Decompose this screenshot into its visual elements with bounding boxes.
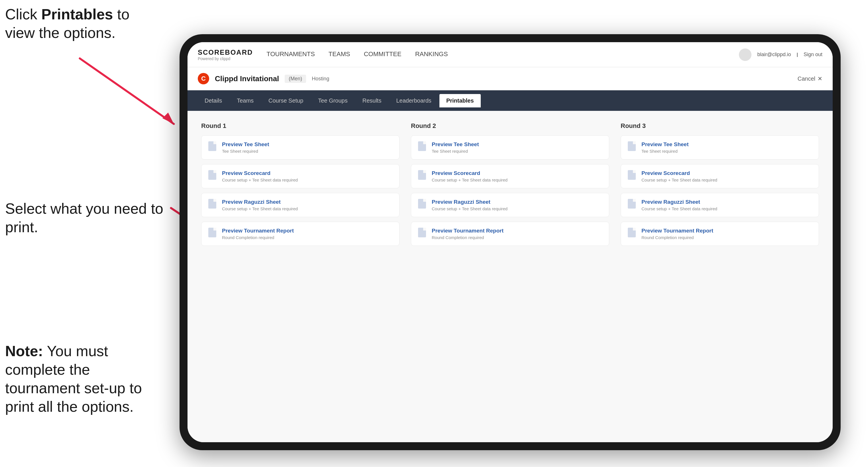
tournament-name: Clippd Invitational — [215, 74, 279, 83]
tablet-screen: SCOREBOARD Powered by clippd TOURNAMENTS… — [187, 42, 833, 442]
tournament-header: C Clippd Invitational (Men) Hosting Canc… — [187, 67, 833, 90]
tournament-title-row: C Clippd Invitational (Men) Hosting — [198, 73, 329, 84]
top-nav: SCOREBOARD Powered by clippd TOURNAMENTS… — [187, 42, 833, 67]
doc-icon — [208, 141, 217, 152]
r2-raguzzi-title: Preview Raguzzi Sheet — [432, 199, 602, 205]
r1-tee-sheet-card[interactable]: Preview Tee Sheet Tee Sheet required — [201, 135, 400, 160]
tournament-badge: (Men) — [285, 75, 306, 83]
round-3-heading: Round 3 — [621, 122, 819, 130]
doc-icon — [628, 199, 637, 210]
annotation-mid: Select what you need to print. — [5, 199, 165, 237]
tab-teams[interactable]: Teams — [230, 94, 260, 107]
doc-icon — [628, 170, 637, 181]
tablet-frame: SCOREBOARD Powered by clippd TOURNAMENTS… — [180, 34, 841, 450]
scoreboard-subtitle: Powered by clippd — [198, 56, 253, 61]
app-wrapper: SCOREBOARD Powered by clippd TOURNAMENTS… — [187, 42, 833, 442]
r2-raguzzi-card[interactable]: Preview Raguzzi Sheet Course setup + Tee… — [411, 193, 609, 217]
r3-raguzzi-title: Preview Raguzzi Sheet — [642, 199, 812, 205]
tab-course-setup[interactable]: Course Setup — [261, 94, 310, 107]
r2-tee-sheet-title: Preview Tee Sheet — [432, 141, 602, 148]
nav-teams[interactable]: TEAMS — [329, 48, 350, 61]
r2-report-title: Preview Tournament Report — [432, 228, 602, 234]
top-nav-links: TOURNAMENTS TEAMS COMMITTEE RANKINGS — [267, 48, 739, 61]
round-1-heading: Round 1 — [201, 122, 400, 130]
r2-scorecard-subtitle: Course setup + Tee Sheet data required — [432, 178, 602, 182]
top-nav-right: blair@clippd.io | Sign out — [739, 49, 823, 61]
r3-report-subtitle: Round Completion required — [642, 235, 812, 240]
main-content: Round 1 Preview Tee Sheet Tee Sheet requ… — [187, 111, 833, 442]
r2-report-subtitle: Round Completion required — [432, 235, 602, 240]
doc-icon — [628, 228, 637, 239]
user-email: blair@clippd.io — [757, 52, 791, 58]
r2-scorecard-card[interactable]: Preview Scorecard Course setup + Tee She… — [411, 164, 609, 188]
tournament-status: Hosting — [312, 76, 329, 82]
r1-raguzzi-title: Preview Raguzzi Sheet — [222, 199, 393, 205]
round-2-section: Round 2 Preview Tee Sheet Tee Sheet requ… — [411, 122, 609, 246]
r1-scorecard-title: Preview Scorecard — [222, 170, 393, 176]
r3-tournament-report-card[interactable]: Preview Tournament Report Round Completi… — [621, 222, 819, 246]
r1-scorecard-card[interactable]: Preview Scorecard Course setup + Tee She… — [201, 164, 400, 188]
r1-raguzzi-card[interactable]: Preview Raguzzi Sheet Course setup + Tee… — [201, 193, 400, 217]
nav-rankings[interactable]: RANKINGS — [415, 48, 448, 61]
r1-report-title: Preview Tournament Report — [222, 228, 393, 234]
r1-raguzzi-subtitle: Course setup + Tee Sheet data required — [222, 206, 393, 211]
r1-tee-sheet-subtitle: Tee Sheet required — [222, 149, 393, 154]
doc-icon — [418, 199, 427, 210]
nav-tournaments[interactable]: TOURNAMENTS — [267, 48, 315, 61]
r1-scorecard-subtitle: Course setup + Tee Sheet data required — [222, 178, 393, 182]
tab-tee-groups[interactable]: Tee Groups — [311, 94, 354, 107]
doc-icon — [418, 170, 427, 181]
r1-tee-sheet-title: Preview Tee Sheet — [222, 141, 393, 148]
scoreboard-logo: SCOREBOARD Powered by clippd — [198, 49, 253, 61]
annotation-top: Click Printables toview the options. — [5, 5, 165, 42]
arrow-printables — [77, 56, 185, 135]
r3-tee-sheet-title: Preview Tee Sheet — [642, 141, 812, 148]
r1-tournament-report-card[interactable]: Preview Tournament Report Round Completi… — [201, 222, 400, 246]
r3-scorecard-card[interactable]: Preview Scorecard Course setup + Tee She… — [621, 164, 819, 188]
cancel-button[interactable]: Cancel ✕ — [798, 75, 823, 82]
annotation-bottom: Note: You must complete the tournament s… — [5, 342, 165, 416]
r3-raguzzi-card[interactable]: Preview Raguzzi Sheet Course setup + Tee… — [621, 193, 819, 217]
doc-icon — [208, 170, 217, 181]
round-2-heading: Round 2 — [411, 122, 609, 130]
user-avatar — [739, 49, 751, 61]
tab-printables[interactable]: Printables — [439, 94, 481, 107]
tournament-logo: C — [198, 73, 209, 84]
r3-scorecard-title: Preview Scorecard — [642, 170, 812, 176]
tab-results[interactable]: Results — [355, 94, 389, 107]
r2-tee-sheet-subtitle: Tee Sheet required — [432, 149, 602, 154]
svg-line-0 — [80, 58, 174, 124]
sub-nav: Details Teams Course Setup Tee Groups Re… — [187, 90, 833, 111]
rounds-grid: Round 1 Preview Tee Sheet Tee Sheet requ… — [201, 122, 819, 246]
doc-icon — [208, 228, 217, 239]
round-1-section: Round 1 Preview Tee Sheet Tee Sheet requ… — [201, 122, 400, 246]
r2-tee-sheet-card[interactable]: Preview Tee Sheet Tee Sheet required — [411, 135, 609, 160]
tab-details[interactable]: Details — [198, 94, 229, 107]
doc-icon — [208, 199, 217, 210]
svg-marker-1 — [162, 113, 174, 124]
r3-report-title: Preview Tournament Report — [642, 228, 812, 234]
r3-tee-sheet-subtitle: Tee Sheet required — [642, 149, 812, 154]
round-2-cards: Preview Tee Sheet Tee Sheet required Pre… — [411, 135, 609, 246]
r2-raguzzi-subtitle: Course setup + Tee Sheet data required — [432, 206, 602, 211]
r3-scorecard-subtitle: Course setup + Tee Sheet data required — [642, 178, 812, 182]
sign-out-link[interactable]: Sign out — [804, 52, 823, 58]
doc-icon — [418, 141, 427, 152]
round-3-cards: Preview Tee Sheet Tee Sheet required Pre… — [621, 135, 819, 246]
round-1-cards: Preview Tee Sheet Tee Sheet required Pre… — [201, 135, 400, 246]
r2-tournament-report-card[interactable]: Preview Tournament Report Round Completi… — [411, 222, 609, 246]
nav-committee[interactable]: COMMITTEE — [364, 48, 402, 61]
round-3-section: Round 3 Preview Tee Sheet Tee Sheet requ… — [621, 122, 819, 246]
r2-scorecard-title: Preview Scorecard — [432, 170, 602, 176]
doc-icon — [418, 228, 427, 239]
scoreboard-title: SCOREBOARD — [198, 49, 253, 56]
r3-raguzzi-subtitle: Course setup + Tee Sheet data required — [642, 206, 812, 211]
tab-leaderboards[interactable]: Leaderboards — [389, 94, 438, 107]
r3-tee-sheet-card[interactable]: Preview Tee Sheet Tee Sheet required — [621, 135, 819, 160]
doc-icon — [628, 141, 637, 152]
r1-report-subtitle: Round Completion required — [222, 235, 393, 240]
